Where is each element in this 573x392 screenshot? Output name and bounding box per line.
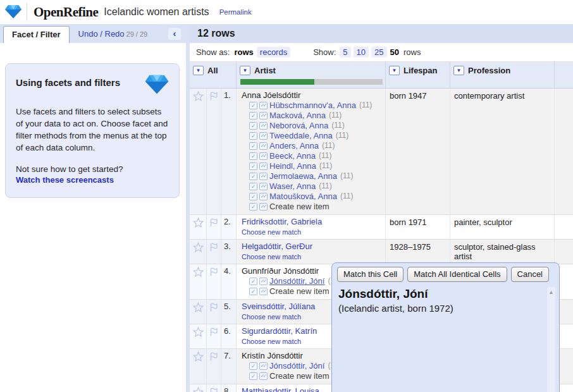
- artist-column-menu-button[interactable]: ▼: [240, 66, 250, 75]
- match-all-icon[interactable]: ✓✓: [259, 203, 268, 211]
- match-all-icon[interactable]: ✓✓: [259, 162, 268, 170]
- candidate-link[interactable]: Jermolaewa, Anna: [269, 171, 337, 181]
- flag-cell[interactable]: [207, 89, 221, 215]
- page-size-25[interactable]: 25: [371, 47, 386, 58]
- profession-column-menu-button[interactable]: ▼: [453, 66, 464, 75]
- choose-new-match-link[interactable]: Choose new match: [242, 253, 301, 260]
- candidate-link[interactable]: Tweeddale, Anna: [269, 131, 333, 141]
- star-cell[interactable]: [190, 384, 207, 392]
- star-cell[interactable]: [190, 349, 207, 384]
- match-all-icon[interactable]: ✓✓: [259, 122, 268, 130]
- match-one-icon[interactable]: ✓: [249, 102, 257, 109]
- flag-icon[interactable]: [209, 242, 219, 264]
- star-icon[interactable]: [193, 91, 204, 214]
- match-all-icon[interactable]: ✓✓: [259, 112, 268, 119]
- match-all-icon[interactable]: ✓✓: [259, 193, 268, 200]
- cancel-button[interactable]: Cancel: [511, 267, 549, 282]
- match-all-icon[interactable]: ✓✓: [259, 278, 268, 285]
- show-as-rows[interactable]: rows: [234, 47, 253, 57]
- star-icon[interactable]: [193, 327, 204, 348]
- match-all-icon[interactable]: ✓✓: [259, 102, 268, 109]
- artist-cell-link[interactable]: Helgadóttir, GerÐur: [242, 242, 382, 252]
- star-icon[interactable]: [193, 302, 204, 324]
- flag-cell[interactable]: [207, 264, 221, 300]
- match-one-icon[interactable]: ✓: [249, 372, 257, 380]
- flag-icon[interactable]: [209, 387, 219, 392]
- match-this-cell-button[interactable]: Match this Cell: [337, 267, 404, 282]
- tab-undo-redo[interactable]: Undo / Redo29 / 29: [70, 25, 151, 43]
- candidate-link[interactable]: Waser, Anna: [269, 181, 316, 192]
- lifespan-column-menu-button[interactable]: ▼: [389, 66, 400, 75]
- match-all-icon[interactable]: ✓✓: [259, 142, 268, 150]
- permalink-link[interactable]: Permalink: [219, 8, 252, 16]
- match-all-icon[interactable]: ✓✓: [259, 173, 268, 180]
- match-one-icon[interactable]: ✓: [249, 162, 257, 170]
- flag-icon[interactable]: [209, 327, 219, 348]
- star-cell[interactable]: [190, 300, 207, 324]
- candidate-link[interactable]: Jónsdóttir, Jóní: [269, 361, 324, 371]
- page-size-5[interactable]: 5: [340, 47, 350, 58]
- match-one-icon[interactable]: ✓: [249, 278, 257, 285]
- match-one-icon[interactable]: ✓: [249, 193, 257, 200]
- screencasts-link[interactable]: Watch these screencasts: [16, 175, 114, 185]
- match-one-icon[interactable]: ✓: [249, 362, 257, 370]
- match-all-icon[interactable]: ✓✓: [259, 288, 268, 295]
- match-one-icon[interactable]: ✓: [249, 122, 257, 130]
- match-one-icon[interactable]: ✓: [249, 288, 257, 295]
- star-cell[interactable]: [190, 240, 207, 264]
- star-icon[interactable]: [193, 242, 204, 264]
- match-all-icon[interactable]: ✓✓: [259, 152, 268, 160]
- match-one-icon[interactable]: ✓: [249, 203, 257, 211]
- match-all-identical-cells-button[interactable]: Match All Identical Cells: [407, 267, 507, 282]
- star-icon[interactable]: [193, 352, 204, 384]
- sidebar-resize-strip[interactable]: [186, 24, 190, 392]
- collapse-sidebar-button[interactable]: ‹: [168, 28, 181, 40]
- page-size-10[interactable]: 10: [354, 47, 369, 58]
- flag-cell[interactable]: [207, 384, 221, 392]
- flag-icon[interactable]: [209, 302, 219, 324]
- candidate-link[interactable]: Macková, Anna: [269, 111, 326, 121]
- match-one-icon[interactable]: ✓: [249, 173, 257, 180]
- flag-cell[interactable]: [207, 349, 221, 384]
- candidate-link[interactable]: Hübschmannov'a, Anna: [269, 101, 356, 111]
- star-cell[interactable]: [190, 324, 207, 349]
- match-one-icon[interactable]: ✓: [249, 152, 257, 160]
- star-cell[interactable]: [190, 264, 207, 300]
- candidate-link[interactable]: Beeck, Anna: [269, 151, 316, 161]
- candidate-link[interactable]: Neborová, Anna: [269, 121, 328, 131]
- flag-cell[interactable]: [207, 240, 221, 264]
- star-icon[interactable]: [193, 217, 204, 239]
- match-one-icon[interactable]: ✓: [249, 112, 257, 119]
- create-new-item-label[interactable]: Create new item: [269, 202, 330, 212]
- flag-cell[interactable]: [207, 300, 221, 324]
- flag-cell[interactable]: [207, 324, 221, 349]
- popup-scrollbar[interactable]: ▲: [547, 287, 555, 392]
- flag-icon[interactable]: [209, 91, 219, 214]
- star-icon[interactable]: [193, 387, 204, 392]
- match-all-icon[interactable]: ✓✓: [259, 362, 268, 370]
- star-cell[interactable]: [190, 215, 207, 240]
- artist-cell-link[interactable]: Fridriksdottir, Gabriela: [242, 217, 382, 227]
- match-one-icon[interactable]: ✓: [249, 142, 257, 150]
- choose-new-match-link[interactable]: Choose new match: [242, 338, 301, 345]
- match-all-icon[interactable]: ✓✓: [259, 132, 268, 140]
- all-column-menu-button[interactable]: ▼: [193, 66, 204, 75]
- match-all-icon[interactable]: ✓✓: [259, 372, 268, 380]
- candidate-link[interactable]: Heindl, Anna: [269, 161, 316, 171]
- match-one-icon[interactable]: ✓: [249, 183, 257, 190]
- tab-facet-filter[interactable]: Facet / Filter: [3, 26, 70, 43]
- choose-new-match-link[interactable]: Choose new match: [242, 228, 301, 236]
- star-icon[interactable]: [193, 267, 204, 299]
- candidate-link[interactable]: Anders, Anna: [269, 141, 319, 151]
- page-size-50[interactable]: 50: [390, 47, 399, 57]
- candidate-link[interactable]: Jónsdóttir, Jóní: [269, 276, 324, 286]
- match-all-icon[interactable]: ✓✓: [259, 183, 268, 190]
- match-one-icon[interactable]: ✓: [249, 132, 257, 140]
- star-cell[interactable]: [190, 89, 207, 215]
- create-new-item-label[interactable]: Create new item: [269, 286, 330, 297]
- create-new-item-label[interactable]: Create new item: [269, 371, 330, 381]
- candidate-link[interactable]: Matoušková, Anna: [269, 192, 337, 202]
- flag-cell[interactable]: [207, 215, 221, 240]
- flag-icon[interactable]: [209, 267, 219, 299]
- choose-new-match-link[interactable]: Choose new match: [242, 313, 301, 321]
